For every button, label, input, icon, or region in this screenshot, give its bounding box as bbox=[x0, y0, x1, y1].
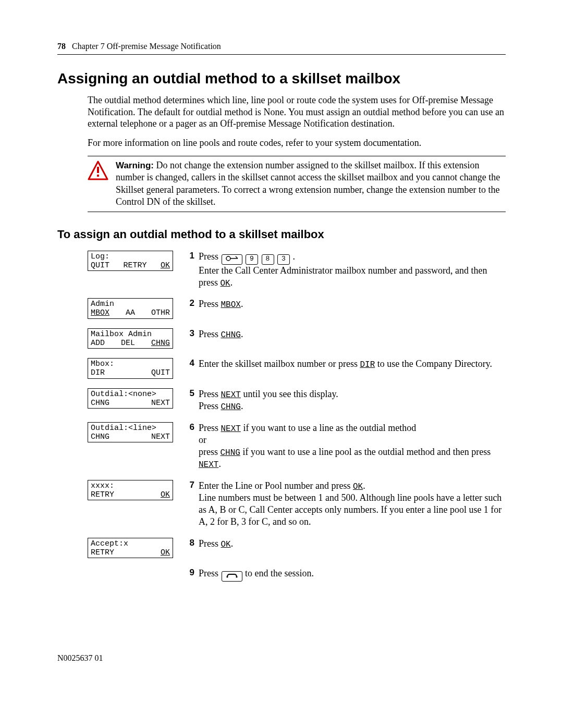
step-text: Enter the Line or Pool number and press … bbox=[199, 480, 506, 538]
svg-point-5 bbox=[236, 576, 237, 577]
subsection-title: To assign an outdial method to a skillse… bbox=[57, 228, 506, 241]
warning-icon bbox=[88, 161, 108, 183]
step-text: Press to end the session. bbox=[199, 567, 506, 591]
step-row: Outdial:<line> CHNG NEXT 6 Press NEXT if… bbox=[88, 422, 506, 480]
step-number: 5 bbox=[182, 388, 199, 422]
steps-table: Log: QUIT RETRY OK 1 Press 9 8 3 . bbox=[88, 251, 506, 591]
feature-key-icon bbox=[222, 254, 242, 265]
step-number: 7 bbox=[182, 480, 199, 538]
step-number: 3 bbox=[182, 328, 199, 359]
intro-paragraph-2: For more information on line pools and r… bbox=[88, 137, 506, 149]
step-text: Press NEXT until you see this display. P… bbox=[199, 388, 506, 422]
lcd-display: Admin MBOX AA OTHR bbox=[88, 298, 173, 319]
svg-point-4 bbox=[226, 576, 228, 577]
step-row: Mbox: DIR QUIT 4 Enter the skillset mail… bbox=[88, 358, 506, 388]
step-text: Press 9 8 3 . Enter the Call Center Admi… bbox=[199, 251, 506, 299]
warning-bottom-rule bbox=[88, 212, 506, 212]
step-number: 6 bbox=[182, 422, 199, 480]
lcd-display: Outdial:<line> CHNG NEXT bbox=[88, 422, 173, 443]
step-number: 2 bbox=[182, 298, 199, 328]
step-row: Accept:x RETRY OK 8 Press OK. bbox=[88, 538, 506, 568]
lcd-display: Outdial:<none> CHNG NEXT bbox=[88, 388, 173, 409]
warning-top-rule bbox=[88, 156, 506, 156]
warning-label: Warning: bbox=[116, 161, 154, 170]
step-number: 4 bbox=[182, 358, 199, 388]
step-text: Press CHNG. bbox=[199, 328, 506, 359]
intro-paragraph-1: The outdial method determines which line… bbox=[88, 94, 506, 130]
svg-point-3 bbox=[226, 256, 230, 261]
digit-key: 3 bbox=[277, 254, 290, 265]
document-footer: N0025637 01 bbox=[57, 653, 506, 663]
svg-rect-1 bbox=[97, 167, 99, 173]
step-row: Admin MBOX AA OTHR 2 Press MBOX. bbox=[88, 298, 506, 328]
step-text: Press MBOX. bbox=[199, 298, 506, 328]
step-number: 1 bbox=[182, 251, 199, 299]
section-title: Assigning an outdial method to a skillse… bbox=[57, 70, 506, 87]
step-text: Enter the skillset mailbox number or pre… bbox=[199, 358, 506, 388]
step-text: Press NEXT if you want to use a line as … bbox=[199, 422, 506, 480]
digit-key: 8 bbox=[262, 254, 274, 265]
chapter-title: Chapter 7 Off-premise Message Notificati… bbox=[72, 42, 221, 51]
step-text: Press OK. bbox=[199, 538, 506, 568]
svg-rect-2 bbox=[97, 175, 99, 177]
page-number: 78 bbox=[57, 42, 66, 51]
step-row: 9 Press to end the session. bbox=[88, 567, 506, 591]
lcd-display: Accept:x RETRY OK bbox=[88, 538, 173, 559]
release-key-icon bbox=[222, 571, 242, 582]
header-rule bbox=[57, 54, 506, 55]
page-header: 78 Chapter 7 Off-premise Message Notific… bbox=[57, 42, 506, 51]
warning-body: Do not change the extension number assig… bbox=[116, 160, 500, 207]
lcd-display: xxxx: RETRY OK bbox=[88, 480, 173, 501]
lcd-display: Mbox: DIR QUIT bbox=[88, 358, 173, 379]
step-row: Log: QUIT RETRY OK 1 Press 9 8 3 . bbox=[88, 251, 506, 299]
warning-box: Warning: Do not change the extension num… bbox=[88, 159, 506, 208]
lcd-display: Mailbox Admin ADD DEL CHNG bbox=[88, 328, 173, 349]
digit-key: 9 bbox=[246, 254, 258, 265]
step-number: 8 bbox=[182, 538, 199, 568]
step-number: 9 bbox=[182, 567, 199, 591]
step-row: Outdial:<none> CHNG NEXT 5 Press NEXT un… bbox=[88, 388, 506, 422]
step-row: xxxx: RETRY OK 7 Enter the Line or Pool … bbox=[88, 480, 506, 538]
step-row: Mailbox Admin ADD DEL CHNG 3 Press CHNG. bbox=[88, 328, 506, 359]
warning-text: Warning: Do not change the extension num… bbox=[116, 159, 506, 208]
lcd-display: Log: QUIT RETRY OK bbox=[88, 251, 173, 272]
